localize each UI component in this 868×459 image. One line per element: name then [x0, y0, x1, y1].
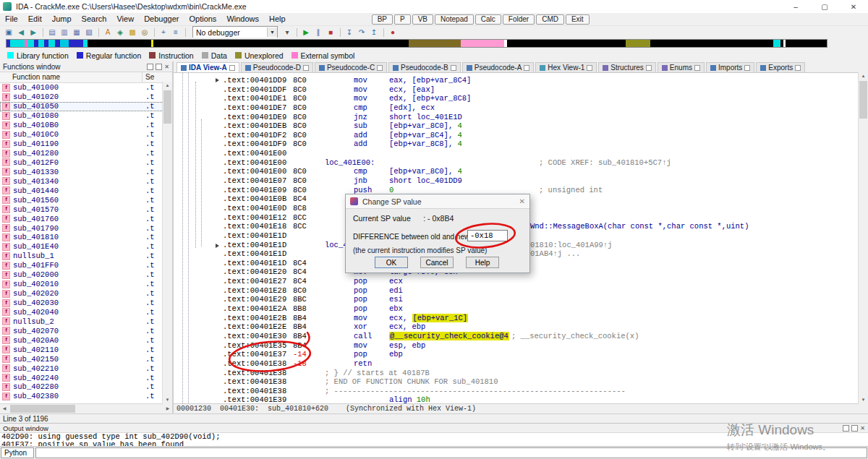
menu-help[interactable]: Help [264, 14, 291, 25]
maximize-button[interactable]: ▢ [810, 0, 839, 13]
panel-close-icon[interactable]: ✕ [860, 426, 865, 431]
cancel-button[interactable]: Cancel [420, 257, 454, 268]
help-button[interactable]: Help [466, 257, 499, 268]
tab-close-icon[interactable] [303, 65, 309, 71]
tab-hex-view-1[interactable]: Hex View-1 [535, 62, 597, 72]
scroll-down-icon[interactable]: ▼ [163, 396, 172, 404]
tab-ida-view-a[interactable]: IDA View-A [176, 62, 239, 72]
function-row[interactable]: fsub_401560.t [0, 195, 172, 205]
disasm-line[interactable]: .text:00401E128CC [223, 213, 868, 223]
panel-maximize-icon[interactable] [851, 425, 858, 432]
tab-close-icon[interactable] [744, 65, 750, 71]
disasm-line[interactable]: .text:00401E2B8B4movecx, [ebp+var_1C] [223, 314, 868, 323]
disasm-line[interactable]: .text:00401E188CCWnd::MessageBoxA(char c… [223, 222, 868, 231]
menu-edit[interactable]: Edit [23, 14, 47, 25]
back-icon[interactable]: ◀ [15, 27, 27, 38]
disasm-line[interactable]: .text:00401E278C4popecx [223, 277, 868, 286]
function-row[interactable]: fsub_402010.t [0, 280, 172, 289]
disasm-line[interactable]: .text:00401E358B4movesp, ebp [223, 341, 868, 351]
dialog-titlebar[interactable]: Change SP value ✕ [346, 194, 529, 209]
disasm-line[interactable]: .text:00401DF98C0add[ebp+var_8C8], 4 [223, 140, 868, 149]
function-row[interactable]: fsub_401330.t [0, 167, 172, 176]
quick-button-calc[interactable]: Calc [475, 14, 501, 25]
run-until-return-icon[interactable]: ↥ [368, 27, 380, 38]
tab-close-icon[interactable] [646, 65, 652, 71]
disasm-line[interactable]: .text:00401E37-14popebp [223, 350, 868, 359]
disasm-line[interactable]: .text:00401E1D [223, 231, 868, 241]
column-function-name[interactable]: Function name [0, 72, 142, 82]
scroll-up-icon[interactable]: ▲ [859, 72, 868, 80]
function-row[interactable]: fsub_402110.t [0, 345, 172, 354]
navigation-band[interactable] [6, 39, 827, 48]
forward-icon[interactable]: ▶ [27, 27, 39, 38]
disasm-line[interactable]: .text:00401E288C0popedi [223, 286, 868, 296]
disasm-line[interactable]: .text:00401E38-18retn [223, 359, 868, 369]
disasm-line[interactable]: .text:00401E1D01AB4↑j ... [223, 249, 868, 259]
function-row[interactable]: fsub_4010C0.t [0, 130, 172, 140]
tab-close-icon[interactable] [451, 65, 456, 71]
disasm-line[interactable]: .text:00401E2A8B8popebx [223, 304, 868, 314]
tab-close-icon[interactable] [587, 65, 592, 71]
function-row[interactable]: fsub_4020A0.t [0, 335, 172, 345]
function-row[interactable]: fnullsub_1.t [0, 252, 172, 261]
close-button[interactable]: ✕ [839, 0, 868, 13]
disasm-line[interactable]: .text:00401E298BCpopesi [223, 295, 868, 304]
chevron-down-icon[interactable]: ▼ [267, 27, 277, 37]
disasm-line[interactable]: .text:00401DD98C0moveax, [ebp+var_8C4] [223, 76, 868, 85]
functions-hscrollbar[interactable]: ◀ ▶ [0, 403, 172, 413]
quick-button-cmd[interactable]: CMD [536, 14, 564, 25]
picture-icon[interactable]: ▩ [127, 27, 138, 38]
pause-process-icon[interactable]: ∥ [312, 27, 324, 38]
function-row[interactable]: fsub_402210.t [0, 364, 172, 373]
disasm-line[interactable]: .text:00401DE18C0movedx, [ebp+var_8C8] [223, 94, 868, 103]
disasm-line[interactable]: .text:00401E078C0jnbshort loc_401DD9 [223, 176, 868, 186]
cross-refs-icon[interactable]: + [158, 27, 169, 38]
search-icon[interactable]: ◎ [139, 27, 150, 38]
tab-pseudocode-d[interactable]: Pseudocode-D [241, 62, 313, 72]
cli-input[interactable] [35, 447, 867, 458]
menu-file[interactable]: File [0, 14, 23, 25]
text-view-icon[interactable]: A [102, 27, 114, 38]
function-row[interactable]: fsub_401570.t [0, 205, 172, 214]
menu-view[interactable]: View [111, 14, 139, 25]
disasm-line[interactable]: .text:00401E39align 10h [223, 395, 868, 403]
debugger-select[interactable]: No debugger ▼ [192, 26, 278, 38]
tab-close-icon[interactable] [694, 65, 700, 71]
enums-icon[interactable]: ▥ [59, 27, 70, 38]
tab-pseudocode-b[interactable]: Pseudocode-B [388, 62, 461, 72]
output-log[interactable]: 402D90: using guessed type int sub_402D9… [0, 433, 868, 446]
disasm-line[interactable]: .text:00401E308B4call@__security_check_c… [223, 332, 868, 341]
functions-icon[interactable]: ▧ [83, 27, 95, 38]
function-row[interactable]: fsub_402240.t [0, 373, 172, 382]
scroll-up-icon[interactable]: ▲ [163, 82, 172, 90]
function-row[interactable]: fsub_402040.t [0, 308, 172, 317]
quick-button-notepad[interactable]: Notepad [435, 14, 474, 25]
function-row[interactable]: fsub_4012F0.t [0, 158, 172, 168]
panel-restore-icon[interactable] [843, 425, 849, 432]
listing-vscrollbar[interactable]: ▲ ▼ [858, 72, 868, 404]
breakpoint-icon[interactable]: ● [387, 27, 399, 38]
graph-view-icon[interactable]: ◈ [114, 27, 126, 38]
tab-enums[interactable]: Enums [658, 62, 705, 72]
quick-button-exit[interactable]: Exit [566, 14, 590, 25]
function-row[interactable]: fsub_402280.t [0, 382, 172, 392]
function-row[interactable]: fsub_401440.t [0, 186, 172, 195]
disasm-line[interactable]: .text:00401E38; } // starts at 40187B [223, 369, 868, 378]
function-row[interactable]: fsub_402020.t [0, 289, 172, 299]
ok-button[interactable]: OK [375, 257, 408, 268]
disasm-line[interactable]: .text:00401E1D8C4 [223, 259, 868, 268]
tab-close-icon[interactable] [377, 65, 383, 71]
panel-close-icon[interactable]: ✕ [164, 64, 169, 69]
disasm-line[interactable]: .text:00401E00 [223, 149, 868, 158]
tab-close-icon[interactable] [229, 65, 235, 71]
disasm-line[interactable]: .text:00401E00loc_401E00:; CODE XREF: su… [223, 158, 868, 168]
calculator-icon[interactable]: ≡ [170, 27, 182, 38]
disasm-line[interactable]: .text:00401DEB8C0sub[ebp+var_8C0], 4 [223, 121, 868, 131]
sp-difference-input[interactable] [467, 230, 508, 241]
scroll-left-icon[interactable]: ◀ [0, 404, 9, 413]
panel-restore-icon[interactable] [147, 64, 153, 70]
function-row[interactable]: fsub_401190.t [0, 140, 172, 149]
debugger-attach-icon[interactable]: ▾ [281, 27, 293, 38]
function-row[interactable]: fsub_402380.t [0, 392, 172, 401]
function-row[interactable]: fsub_402000.t [0, 270, 172, 280]
